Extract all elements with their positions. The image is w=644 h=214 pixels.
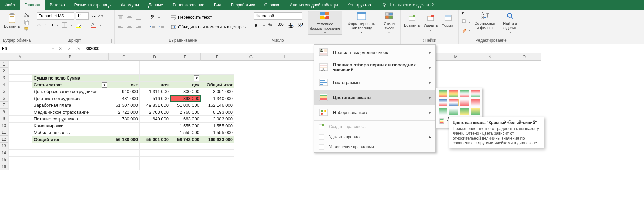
tab-home[interactable]: Главная bbox=[20, 0, 45, 10]
comma-style-icon[interactable]: 000 bbox=[278, 23, 284, 29]
number-format-select[interactable] bbox=[254, 12, 302, 20]
align-center-icon[interactable] bbox=[126, 24, 132, 30]
format-as-table-button[interactable]: Форматировать как таблицу▾ bbox=[344, 11, 379, 35]
cf-new-rule[interactable]: Создать правило… bbox=[314, 122, 435, 132]
cancel-formula-icon[interactable]: ✕ bbox=[56, 46, 65, 51]
color-scale-swatch[interactable] bbox=[471, 90, 481, 98]
autosum-button[interactable]: ∑▾ bbox=[461, 11, 470, 17]
svg-rect-26 bbox=[357, 12, 366, 14]
align-middle-icon[interactable] bbox=[126, 15, 132, 21]
increase-font-icon[interactable]: A▲ bbox=[90, 13, 96, 19]
borders-icon[interactable] bbox=[61, 22, 68, 28]
column-headers[interactable]: ABCDEFGHIJKLMNO bbox=[8, 53, 541, 61]
underline-button[interactable]: Ч bbox=[51, 23, 53, 28]
cf-highlight-rules[interactable]: ≤ Правила выделения ячеек ▸ bbox=[314, 45, 435, 60]
insert-cells-button[interactable]: Вставить▾ bbox=[403, 11, 421, 35]
bold-button[interactable]: Ж bbox=[37, 23, 41, 28]
decrease-indent-icon[interactable] bbox=[149, 24, 156, 30]
format-cells-button[interactable]: Формат▾ bbox=[441, 11, 456, 35]
find-select-button[interactable]: Найти и выделить▾ bbox=[499, 11, 521, 35]
increase-indent-icon[interactable] bbox=[158, 24, 164, 30]
clear-button[interactable]: ▾ bbox=[461, 27, 470, 33]
decrease-decimal-icon[interactable]: ,00,0 bbox=[297, 23, 303, 29]
cf-clear-rules[interactable]: Удалить правила ▸ bbox=[314, 132, 435, 142]
tab-review[interactable]: Рецензирование bbox=[168, 0, 209, 10]
svg-text:₽: ₽ bbox=[255, 23, 257, 28]
pivot-row-filter-icon[interactable]: ▾ bbox=[102, 82, 107, 88]
dialog-launcher-icon[interactable] bbox=[244, 39, 248, 43]
name-box[interactable]: E6 ▾ bbox=[0, 44, 56, 53]
merge-center-button[interactable]: Объединить и поместить в центре▾ bbox=[171, 24, 246, 30]
cf-color-scales[interactable]: Цветовые шкалы ▸ bbox=[314, 90, 435, 105]
tab-view[interactable]: Вид bbox=[209, 0, 226, 10]
font-name-select[interactable] bbox=[37, 12, 74, 20]
tell-me-search[interactable]: Что вы хотите сделать? bbox=[376, 0, 434, 10]
tab-formulas[interactable]: Формулы bbox=[116, 0, 144, 10]
cf-top-bottom-rules[interactable]: 10 Правила отбора первых и последних зна… bbox=[314, 60, 435, 75]
chevron-right-icon: ▸ bbox=[429, 110, 431, 115]
table-icon bbox=[357, 12, 366, 20]
tab-developer[interactable]: Разработчик bbox=[226, 0, 260, 10]
orientation-icon[interactable]: ab bbox=[149, 15, 156, 21]
tab-data[interactable]: Данные bbox=[144, 0, 168, 10]
color-scale-swatch[interactable] bbox=[460, 108, 470, 115]
tab-pivot-design[interactable]: Конструктор bbox=[343, 0, 375, 10]
align-left-icon[interactable] bbox=[117, 24, 124, 30]
align-right-icon[interactable] bbox=[135, 24, 141, 30]
color-scale-swatch[interactable] bbox=[438, 108, 448, 115]
dialog-launcher-icon[interactable] bbox=[27, 39, 31, 43]
delete-cells-button[interactable]: Удалить▾ bbox=[423, 11, 439, 35]
cf-data-bars[interactable]: Гистограммы ▸ bbox=[314, 75, 435, 90]
color-scale-swatch[interactable] bbox=[438, 99, 448, 106]
color-scale-swatch[interactable] bbox=[438, 90, 448, 98]
format-painter-icon[interactable] bbox=[24, 27, 30, 33]
table-row: Медицинское страхование2 722 0002 703 00… bbox=[9, 109, 234, 116]
paste-button[interactable]: Вставить ▾ bbox=[3, 11, 22, 35]
cf-icon-sets[interactable]: Наборы значков ▸ bbox=[314, 105, 435, 120]
fx-icon[interactable]: fx bbox=[74, 46, 83, 51]
font-color-icon[interactable]: A bbox=[90, 22, 96, 28]
color-scale-swatch[interactable] bbox=[449, 90, 459, 98]
conditional-formatting-button[interactable]: Условное форматирование▾ bbox=[308, 11, 342, 35]
cells-area[interactable]: Сумма по полю Сумма ▾ Статья затрат▾ окт… bbox=[8, 61, 234, 170]
copy-icon[interactable] bbox=[24, 19, 30, 25]
tab-page-layout[interactable]: Разметка страницы bbox=[70, 0, 116, 10]
font-size-select[interactable] bbox=[76, 12, 89, 20]
sort-filter-button[interactable]: АЯ Сортировка и фильтр▾ bbox=[472, 11, 497, 35]
fill-color-icon[interactable] bbox=[76, 22, 82, 28]
svg-rect-69 bbox=[449, 90, 458, 97]
pivot-column-filter-icon[interactable]: ▾ bbox=[194, 75, 199, 81]
color-scale-swatch[interactable] bbox=[460, 90, 470, 98]
manage-rules-icon bbox=[318, 144, 325, 151]
accounting-format-icon[interactable]: ₽ bbox=[254, 23, 260, 29]
select-all-corner[interactable] bbox=[0, 53, 8, 61]
cf-manage-rules[interactable]: Управление правилами… bbox=[314, 142, 435, 152]
enter-formula-icon[interactable]: ✓ bbox=[65, 46, 74, 51]
color-scale-swatch[interactable] bbox=[460, 99, 470, 106]
dialog-launcher-icon[interactable] bbox=[298, 39, 302, 43]
italic-button[interactable]: К bbox=[44, 23, 47, 28]
dialog-launcher-icon[interactable] bbox=[108, 39, 112, 43]
tab-insert[interactable]: Вставка bbox=[45, 0, 70, 10]
color-scales-icon bbox=[318, 92, 329, 103]
color-scale-swatch[interactable] bbox=[471, 99, 481, 106]
align-top-icon[interactable] bbox=[117, 15, 124, 21]
row-headers[interactable]: 12345678910111213141516 bbox=[0, 61, 8, 170]
group-label-font: Шрифт bbox=[68, 38, 81, 43]
color-scale-swatch[interactable] bbox=[449, 108, 459, 115]
svg-rect-24 bbox=[325, 16, 329, 19]
cell-styles-button[interactable]: Стили ячеек▾ bbox=[381, 11, 398, 35]
tab-pivot-analyze[interactable]: Анализ сводной таблицы bbox=[285, 0, 343, 10]
wrap-text-button[interactable]: Переносить текст bbox=[171, 14, 246, 20]
align-bottom-icon[interactable] bbox=[135, 15, 141, 21]
color-scale-swatch-hovered[interactable] bbox=[449, 99, 459, 106]
tab-help[interactable]: Справка bbox=[260, 0, 285, 10]
decrease-font-icon[interactable]: A▼ bbox=[98, 13, 104, 19]
tab-file[interactable]: Файл bbox=[0, 0, 20, 10]
cut-icon[interactable] bbox=[24, 12, 30, 18]
percent-icon[interactable]: % bbox=[268, 23, 274, 29]
fill-button[interactable]: ▾ bbox=[461, 19, 470, 25]
color-scale-swatch[interactable] bbox=[471, 108, 481, 115]
increase-decimal-icon[interactable]: ,0,00 bbox=[287, 23, 294, 29]
svg-rect-83 bbox=[440, 122, 444, 123]
